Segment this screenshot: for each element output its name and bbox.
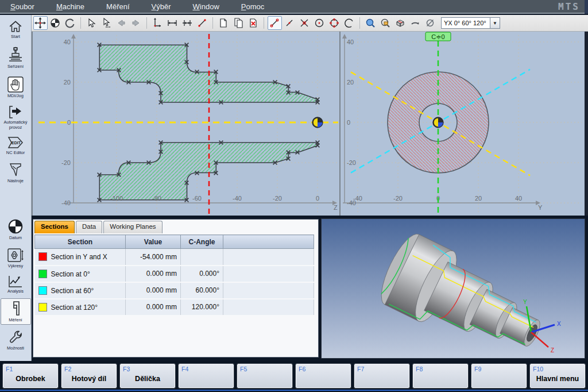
fkey-f3[interactable]: F3Dělička [120,364,175,388]
table-row[interactable]: Section in Y and X -54.000 mm [35,249,314,266]
svg-text:40: 40 [64,39,71,45]
fkey-f4[interactable]: F4 [179,364,234,388]
section-plot-xy[interactable]: 40 20 0 -20 -40 -40 -20 0 20 40 Y [341,32,585,216]
table-row[interactable]: Section at 0° 0.000 mm 0.000° [35,266,314,282]
tab-data[interactable]: Data [76,221,102,233]
svg-text:-20: -20 [61,159,71,166]
table-row[interactable]: Section at 120° 0.000 mm 120.000° [35,299,314,316]
svg-text:40: 40 [515,195,522,202]
menu-vyber[interactable]: Výběr [152,2,171,11]
menu-window[interactable]: Window [193,2,219,11]
toolbar: YX 0° 60° 120° ▼ [32,15,588,32]
measure-width-icon[interactable] [180,16,195,30]
sections-table: Section Value C-Angle Section in Y and X… [34,235,314,316]
arc-tool-icon[interactable] [342,16,357,30]
fkey-f6[interactable]: F6 [296,364,351,388]
toolbar-separator [80,17,81,29]
tab-working-planes[interactable]: Working Planes [103,221,162,233]
measure-horizontal-icon[interactable] [165,16,180,30]
sidebar-item-moznosti[interactable]: Možnosti [1,328,31,352]
menu-machine[interactable]: Machine [56,2,84,11]
workpiece-datum-symbol [434,118,443,128]
delete-document-icon[interactable] [246,16,261,30]
zoom-in-icon[interactable] [363,16,378,30]
circle-center-icon[interactable] [312,16,327,30]
col-header-value[interactable]: Value [126,235,181,249]
axis-ticks: 40 20 0 -20 -40 -40 -20 0 20 40 Y [347,39,543,211]
prev-arrow-icon[interactable] [114,16,129,30]
toolbar-separator [212,17,213,29]
measure-vertical-icon[interactable] [150,16,165,30]
datum-icon [7,218,24,235]
line-two-points-icon[interactable] [268,16,282,30]
fkey-f10[interactable]: F10Hlavní menu [530,364,585,388]
menu-bar: Soubor Machine Měření Výběr Window Pomoc… [0,0,588,14]
workpiece-datum-symbol [313,118,323,128]
sidebar-item-nc-editor[interactable]: EDIT NC Editor [1,134,31,157]
fkey-f7[interactable]: F7 [354,364,409,388]
view-3d-icon[interactable] [393,16,408,30]
sections-panel: Sections Data Working Planes Section Val… [33,219,319,358]
next-arrow-icon[interactable] [129,16,144,30]
sidebar-item-nastroje[interactable]: Nástroje [1,161,31,185]
svg-text:-20: -20 [273,195,282,202]
sidebar-item-datum[interactable]: Datum [1,217,31,242]
sidebar-item-automaticky-provoz[interactable]: Automatický provoz [1,103,31,131]
circle-points-icon[interactable] [327,16,342,30]
fkey-f5[interactable]: F5 [237,364,292,388]
plane-selector[interactable]: YX 0° 60° 120° ▼ [441,17,500,29]
sidebar-item-analysis[interactable]: Analysis [1,274,31,295]
svg-text:-40: -40 [353,195,362,202]
svg-text:20: 20 [347,79,354,86]
caliper-icon [7,300,24,317]
svg-text:0: 0 [316,195,319,202]
col-header-extra[interactable] [223,235,314,249]
sidebar-item-mereni[interactable]: Měření [1,298,31,325]
home-icon [8,19,23,34]
bottom-area: Sections Data Working Planes Section Val… [32,216,588,361]
svg-text:-20: -20 [347,159,356,166]
datum-tool-icon[interactable] [48,16,63,30]
move-tool-icon[interactable] [33,16,48,30]
copy-document-icon[interactable] [231,16,246,30]
col-header-section[interactable]: Section [35,235,126,249]
svg-text:-40: -40 [233,195,242,202]
function-key-bar: F1Obrobek F2Hotový díl F3Dělička F4 F5 F… [0,361,588,392]
measure-diagonal-icon[interactable] [195,16,210,30]
plane-selector-value[interactable]: YX 0° 60° 120° [441,17,490,29]
pointer-tool-icon[interactable] [84,16,99,30]
sidebar-item-start[interactable]: Start [1,18,31,41]
fkey-f2[interactable]: F2Hotový díl [61,364,117,388]
new-document-icon[interactable] [216,16,231,30]
line-point-icon[interactable] [283,16,297,30]
fkey-f1[interactable]: F1Obrobek [3,364,58,388]
col-header-angle[interactable]: C-Angle [181,235,223,249]
undo-view-icon[interactable] [408,16,423,30]
svg-text:Y: Y [538,204,543,211]
pointer-plus-tool-icon[interactable] [99,16,114,30]
plane-selector-dropdown-icon[interactable]: ▼ [490,17,500,29]
menu-pomoc[interactable]: Pomoc [241,2,264,11]
svg-text:20: 20 [64,79,71,86]
section-plot-zx[interactable]: 40 20 0 -20 -40 -100 -80 -60 -40 -20 0 Z [33,32,339,216]
rotate-tool-icon[interactable] [63,16,78,30]
fkey-f8[interactable]: F8 [413,364,468,388]
sidebar-item-mdi-jog[interactable]: MDI/Jog [1,75,31,100]
auto-run-icon [7,105,24,120]
zoom-window-icon[interactable] [378,16,393,30]
sidebar-item-serizeni[interactable]: Seřízení [1,45,31,71]
intersection-point-icon[interactable] [297,16,312,30]
tab-sections[interactable]: Sections [34,221,75,233]
menu-mereni[interactable]: Měření [106,2,129,11]
table-row[interactable]: Section at 60° 0.000 mm 60.000° [35,282,314,299]
3d-view[interactable]: Y X Z [321,218,585,359]
sidebar-item-vykresy[interactable]: Výkresy [1,246,31,270]
diameter-off-icon[interactable] [423,16,438,30]
sidebar: Start Seřízení MDI/Jog Automatický provo… [0,15,32,361]
menu-soubor[interactable]: Soubor [10,2,34,11]
svg-text:Z: Z [551,347,554,353]
toolbar-separator [264,17,264,29]
svg-text:X: X [557,321,561,327]
svg-text:C≑0: C≑0 [431,33,444,40]
fkey-f9[interactable]: F9 [471,364,527,388]
